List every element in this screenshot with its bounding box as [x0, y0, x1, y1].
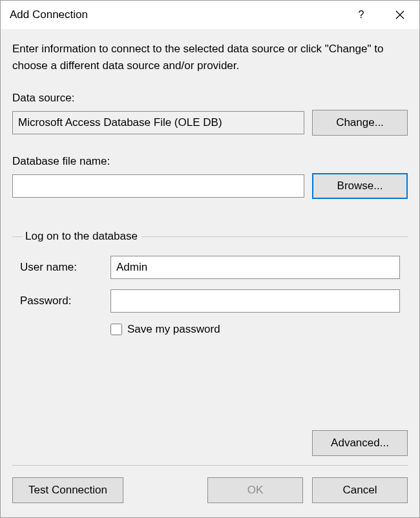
database-file-section: Database file name: Browse... [12, 155, 408, 208]
browse-button[interactable]: Browse... [312, 173, 408, 199]
footer-buttons: Test Connection OK Cancel [12, 477, 408, 517]
database-file-label: Database file name: [12, 155, 408, 168]
data-source-label: Data source: [12, 92, 408, 105]
content-area: Enter information to connect to the sele… [1, 29, 419, 517]
test-connection-button[interactable]: Test Connection [12, 477, 123, 503]
help-icon[interactable]: ? [342, 1, 381, 29]
separator [12, 465, 408, 466]
titlebar: Add Connection ? [1, 1, 419, 29]
password-input[interactable] [110, 289, 400, 313]
dialog-description: Enter information to connect to the sele… [12, 41, 408, 74]
database-file-input[interactable] [12, 174, 304, 198]
username-label: User name: [20, 261, 110, 274]
close-icon[interactable] [381, 1, 419, 29]
logon-group: Log on to the database User name: Passwo… [12, 230, 408, 344]
title-controls: ? [342, 1, 419, 29]
data-source-section: Data source: Microsoft Access Database F… [12, 92, 408, 145]
cancel-button[interactable]: Cancel [312, 477, 408, 503]
username-input[interactable] [110, 256, 400, 279]
data-source-value: Microsoft Access Database File (OLE DB) [12, 111, 304, 134]
save-password-label: Save my password [127, 323, 220, 336]
window-title: Add Connection [10, 8, 342, 21]
save-password-checkbox[interactable] [110, 324, 122, 335]
advanced-button[interactable]: Advanced... [312, 430, 408, 456]
password-label: Password: [20, 295, 110, 307]
change-button[interactable]: Change... [312, 110, 408, 136]
dialog-window: Add Connection ? Enter information to co… [0, 0, 420, 518]
logon-legend: Log on to the database [23, 230, 142, 243]
ok-button[interactable]: OK [207, 477, 303, 503]
